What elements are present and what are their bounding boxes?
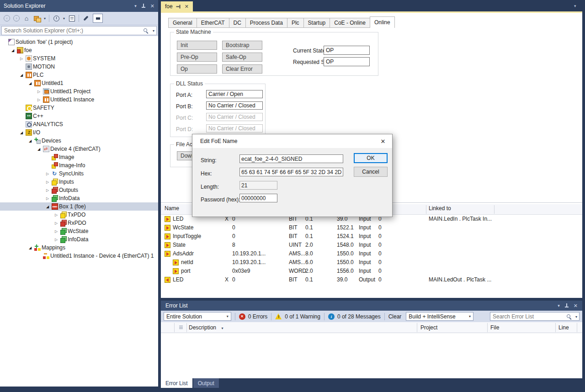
dropdown-icon[interactable]: ▾ [153, 29, 154, 33]
tree-item-image[interactable]: Image [0, 153, 158, 161]
tree-item-foe[interactable]: ◢foe [0, 46, 158, 54]
collapse-all-icon[interactable] [69, 16, 75, 21]
init-button[interactable]: Init [177, 41, 217, 50]
tree-item-outputs[interactable]: ▷Outputs [0, 186, 158, 194]
cancel-button[interactable]: Cancel [354, 167, 388, 177]
variable-row-inputtoggle[interactable]: InputToggle0BIT0.11524.1Input0 [161, 232, 582, 241]
expander-icon[interactable]: ◢ [27, 81, 33, 85]
expander-icon[interactable]: ▷ [53, 213, 59, 217]
expander-icon[interactable]: ◢ [27, 246, 33, 250]
port-status-field[interactable]: No Carrier / Closed [206, 113, 263, 121]
tab-coe-online[interactable]: CoE - Online [330, 18, 370, 28]
tree-item-motion[interactable]: MOTION [0, 63, 158, 71]
tab-general[interactable]: General [168, 18, 197, 28]
column-linked-to[interactable]: Linked to [429, 204, 451, 213]
expander-icon[interactable]: ▷ [36, 98, 42, 102]
variable-row-led[interactable]: LEDX0BIT0.139.0Output0MAIN.LedOut . PlcT… [161, 275, 582, 284]
build-filter-combo[interactable]: Build + IntelliSense▾ [406, 312, 473, 321]
column-separator[interactable] [494, 205, 495, 214]
tree-item-txpdo[interactable]: ▷TxPDO [0, 211, 158, 219]
clear-button[interactable]: Clear [388, 313, 402, 320]
length-field[interactable] [239, 181, 277, 190]
current-state-field[interactable]: OP [324, 46, 370, 55]
expander-icon[interactable]: ▷ [18, 57, 25, 61]
chevron-down-icon[interactable]: ▾ [134, 4, 137, 8]
search-icon[interactable] [143, 28, 148, 33]
column-file[interactable]: File [490, 322, 499, 333]
tree-item-devices[interactable]: ◢Devices [0, 137, 158, 145]
tree-item-untitled1-instance[interactable]: ▷Untitled1 Instance [0, 95, 158, 104]
requested-state-field[interactable]: OP [324, 57, 370, 66]
tab-dc[interactable]: DC [229, 18, 246, 28]
close-icon[interactable]: ✕ [150, 4, 154, 9]
dropdown-icon[interactable]: ▾ [63, 16, 65, 21]
pin-icon[interactable] [564, 303, 569, 308]
variable-row-port[interactable]: port0x03e9WORD2.01556.0Input0 [161, 267, 582, 275]
errors-toggle[interactable]: ✕ 0 Errors [239, 313, 268, 320]
tree-item-wcstate[interactable]: ▷WcState [0, 227, 158, 235]
messages-toggle[interactable]: i 0 of 28 Messages [328, 313, 381, 320]
clear-error-button[interactable]: Clear Error [222, 64, 262, 74]
variable-row-wcstate[interactable]: WcState0BIT0.11522.1Input0 [161, 223, 582, 232]
expander-icon[interactable]: ▷ [44, 172, 51, 176]
tree-item-infodata[interactable]: ▷InfoData [0, 194, 158, 202]
pre-op-button[interactable]: Pre-Op [177, 53, 217, 62]
close-icon[interactable]: ✕ [574, 303, 578, 308]
preview-selected-items-icon[interactable] [93, 14, 103, 23]
tab-process-data[interactable]: Process Data [246, 18, 287, 28]
tree-item-mappings[interactable]: ◢Mappings [0, 244, 158, 252]
scope-filter-combo[interactable]: Entire Solution▾ [164, 312, 231, 321]
column-line[interactable]: Line [558, 322, 569, 333]
forward-icon[interactable]: › [13, 15, 20, 21]
expander-icon[interactable]: ▷ [44, 180, 51, 184]
dropdown-icon[interactable]: ▾ [44, 16, 46, 21]
chevron-down-icon[interactable]: ▾ [221, 326, 223, 330]
column-description[interactable]: Description ▾ [189, 322, 223, 334]
expander-icon[interactable]: ◢ [27, 139, 33, 143]
bootstrap-button[interactable]: Bootstrap [222, 41, 262, 50]
column-separator[interactable] [426, 205, 426, 214]
sync-with-active-document-icon[interactable] [34, 15, 40, 21]
variable-row-state[interactable]: State8UINT2.01548.0Input0 [161, 241, 582, 249]
bottom-tab-error-list[interactable]: Error List [161, 378, 192, 388]
tree-item-c[interactable]: C++ [0, 112, 158, 120]
safe-op-button[interactable]: Safe-Op [222, 53, 262, 62]
tree-item-plc[interactable]: ◢PLC [0, 71, 158, 79]
tree-item-infodata[interactable]: ▷InfoData [0, 235, 158, 244]
pin-icon[interactable] [176, 4, 181, 9]
close-icon[interactable]: ✕ [185, 4, 189, 9]
port-status-field[interactable]: No Carrier / Closed [206, 124, 263, 132]
expander-icon[interactable]: ◢ [10, 48, 16, 53]
tab-startup[interactable]: Startup [304, 18, 330, 28]
password-field[interactable] [239, 194, 277, 202]
variable-row-netid[interactable]: netId10.193.20.1...AMS...6.01550.0Input0 [161, 258, 582, 267]
expander-icon[interactable]: ▷ [44, 188, 51, 192]
tree-item-device-4-ethercat[interactable]: ◢Device 4 (EtherCAT) [0, 145, 158, 153]
warnings-toggle[interactable]: 0 of 1 Warning [275, 313, 320, 320]
tree-item-i-o[interactable]: ◢I/O [0, 128, 158, 137]
pin-icon[interactable] [141, 4, 146, 9]
back-icon[interactable]: ‹ [4, 15, 10, 21]
port-status-field[interactable]: No Carrier / Closed [206, 101, 263, 110]
tab-online[interactable]: Online [370, 16, 395, 28]
expander-icon[interactable]: ◢ [44, 205, 51, 209]
expander-icon[interactable]: ▷ [53, 238, 59, 242]
variable-row-adsaddr[interactable]: AdsAddr10.193.20.1...AMS...8.01550.0Inpu… [161, 249, 582, 258]
hex-field[interactable] [239, 168, 343, 176]
ok-button[interactable]: OK [354, 153, 388, 163]
close-icon[interactable]: ✕ [378, 137, 388, 146]
tab-plc[interactable]: Plc [287, 18, 304, 28]
tree-item-inputs[interactable]: ▷Inputs [0, 178, 158, 186]
tab-ethercat[interactable]: EtherCAT [197, 18, 229, 28]
tree-item-syncunits[interactable]: ▷SyncUnits [0, 170, 158, 178]
columns-icon[interactable] [179, 326, 183, 329]
dropdown-icon[interactable]: ▾ [575, 315, 577, 319]
properties-icon[interactable] [83, 16, 88, 21]
document-tab-foe[interactable]: foe ✕ [161, 1, 193, 11]
search-icon[interactable] [566, 314, 571, 319]
bottom-tab-output[interactable]: Output [193, 378, 219, 388]
home-icon[interactable]: ⌂ [23, 15, 30, 22]
tree-item-analytics[interactable]: ANALYTICS [0, 120, 158, 128]
dialog-titlebar[interactable]: Edit FoE Name [192, 134, 392, 148]
op-button[interactable]: Op [177, 64, 217, 74]
